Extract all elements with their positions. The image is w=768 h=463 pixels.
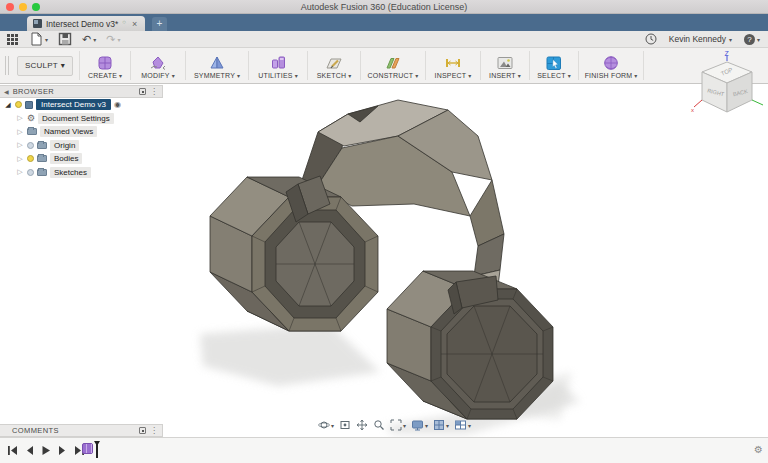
play-button[interactable] [41,445,51,456]
caret-down-icon: ▾ [348,72,351,79]
symmetry-cone-icon [208,55,226,71]
sketch-menu-button[interactable]: SKETCH▾ [308,48,360,83]
file-menu-button[interactable]: ▾ [29,32,48,46]
caret-down-icon: ▾ [45,36,48,43]
viewcube[interactable]: Z TOP RIGHT BACK x [690,50,766,120]
step-back-button[interactable] [25,445,34,456]
collapsed-triangle-icon[interactable]: ▷ [16,114,24,122]
panel-menu-icon[interactable]: ⋮ [150,88,158,96]
data-panel-grid-icon[interactable] [6,33,19,46]
save-icon [58,32,72,46]
modify-menu-button[interactable]: MODIFY▾ [131,48,185,83]
visibility-bulb-icon[interactable] [27,169,34,176]
inspect-measure-icon [444,55,462,71]
navigation-bar: ▾ ▾ ▾ ▾ ▾ [318,419,471,431]
caret-down-icon: ▾ [237,72,240,79]
caret-down-icon: ▾ [425,422,428,429]
help-menu[interactable]: ? ▾ [744,34,760,45]
insert-image-icon [496,55,514,71]
panel-display-icon[interactable] [139,88,146,95]
select-menu-button[interactable]: SELECT▾ [530,48,578,83]
browser-root-row[interactable]: ◢ Intersect Demo v3 ◉ [0,98,163,112]
ground-icon[interactable]: ◉ [114,100,121,109]
timeline-form-feature[interactable] [82,443,93,454]
titlebar: Autodesk Fusion 360 (Education License) [0,0,768,14]
workspace-label: SCULPT [25,61,58,70]
tree-item-label: Document Settings [38,113,114,124]
comments-title: COMMENTS [12,426,135,435]
visibility-bulb-icon[interactable] [27,155,34,162]
create-menu-button[interactable]: CREATE▾ [80,48,130,83]
comments-panel-header[interactable]: COMMENTS ⋮ [0,424,163,437]
tree-item-bodies[interactable]: ▷ Bodies [0,152,163,166]
display-settings-icon [411,419,424,431]
sketch-pencil-icon [325,55,343,71]
timeline-bar: ⚙ [0,437,768,463]
visibility-bulb-icon[interactable] [27,142,34,149]
collapsed-triangle-icon[interactable]: ▷ [16,141,24,149]
collapsed-triangle-icon[interactable]: ▷ [16,128,24,136]
document-icon [25,101,33,109]
save-button[interactable] [58,32,72,46]
utilities-label: UTILITIES [258,72,292,79]
visibility-bulb-icon[interactable] [15,101,22,108]
tree-item-origin[interactable]: ▷ Origin [0,139,163,153]
construct-menu-button[interactable]: CONSTRUCT▾ [361,48,425,83]
folder-icon [27,128,37,135]
undo-icon: ↶ [82,34,91,45]
symmetry-menu-button[interactable]: SYMMETRY▾ [186,48,248,83]
grid-layout-button[interactable]: ▾ [433,419,449,431]
zoom-button[interactable] [373,419,385,431]
inspect-menu-button[interactable]: INSPECT▾ [426,48,480,83]
expand-triangle-icon[interactable]: ◢ [4,101,12,109]
sketch-label: SKETCH [317,72,347,79]
form-feature-icon[interactable] [82,443,93,454]
step-forward-button[interactable] [58,445,67,456]
fusion360-window: Autodesk Fusion 360 (Education License) … [0,0,768,463]
pan-button[interactable] [356,419,368,431]
folder-icon [37,155,47,162]
panel-display-icon[interactable] [139,427,146,434]
viewcube-x-axis-label: x [691,107,694,113]
insert-menu-button[interactable]: INSERT▾ [481,48,529,83]
redo-button[interactable]: ↷ ▾ [106,34,120,45]
undo-button[interactable]: ↶ ▾ [82,34,96,45]
tree-item-document-settings[interactable]: ▷ ⚙ Document Settings [0,112,163,126]
fit-button[interactable]: ▾ [390,419,406,431]
workspace-selector[interactable]: SCULPT ▾ [17,56,73,76]
collapse-panel-icon[interactable]: ◀ [4,88,9,95]
look-at-button[interactable] [339,419,351,431]
timeline-settings-gear-icon[interactable]: ⚙ [754,444,763,455]
collapsed-triangle-icon[interactable]: ▷ [16,155,24,163]
tree-item-named-views[interactable]: ▷ Named Views [0,125,163,139]
finish-form-sphere-icon [602,55,620,71]
new-document-tab-button[interactable]: + [152,17,167,31]
gear-icon: ⚙ [27,114,35,123]
browser-header[interactable]: ◀ BROWSER ⋮ [0,85,163,98]
orbit-button[interactable]: ▾ [318,419,334,431]
document-tab[interactable]: Intersect Demo v3* ○ × [27,16,145,31]
caret-down-icon: ▾ [568,72,571,79]
look-at-icon [339,419,351,431]
caret-down-icon: ▾ [295,72,298,79]
redo-icon: ↷ [106,34,115,45]
viewports-icon [454,419,467,431]
toolbar-drag-handle[interactable] [5,56,9,75]
caret-down-icon: ▾ [468,72,471,79]
caret-down-icon: ▾ [61,61,65,70]
display-settings-button[interactable]: ▾ [411,419,428,431]
finish-form-button[interactable]: FINISH FORM▾ [579,48,643,83]
user-menu[interactable]: Kevin Kennedy ▾ [669,34,732,44]
close-tab-icon[interactable]: × [132,19,137,29]
tree-item-sketches[interactable]: ▷ Sketches [0,166,163,180]
utilities-menu-button[interactable]: UTILITIES▾ [249,48,307,83]
tree-item-label: Sketches [50,167,91,178]
root-component-label[interactable]: Intersect Demo v3 [36,99,111,110]
toolbar-separator [643,51,644,80]
panel-menu-icon[interactable]: ⋮ [150,427,158,435]
go-to-start-button[interactable] [7,445,18,456]
notifications-clock-icon[interactable] [645,33,657,45]
collapsed-triangle-icon[interactable]: ▷ [16,168,24,176]
document-tab-label: Intersect Demo v3* [46,19,118,29]
viewports-button[interactable]: ▾ [454,419,471,431]
